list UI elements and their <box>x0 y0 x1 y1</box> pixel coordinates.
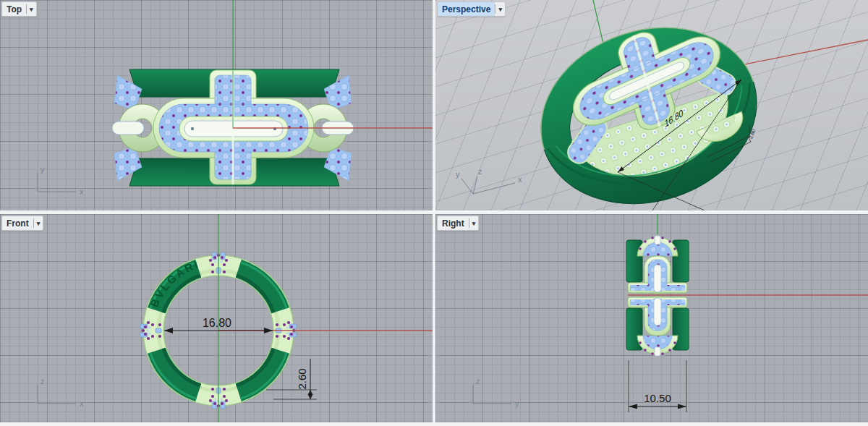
viewport-tab-label: Front <box>2 216 33 230</box>
right-axis-icon <box>473 385 511 404</box>
chevron-down-icon[interactable]: ▾ <box>27 2 36 16</box>
svg-text:BVLGARI: BVLGARI <box>148 257 201 309</box>
ring-side-profile <box>626 236 689 356</box>
brand-engraving: BVLGARI <box>148 257 201 309</box>
front-axis-label-x: x <box>80 399 84 408</box>
right-axis-label-y: y <box>515 399 519 408</box>
front-view-drawing: BVLGARI <box>0 214 433 422</box>
viewport-tab-top[interactable]: Top ▾ <box>1 1 37 17</box>
persp-axis-label-y: y <box>456 170 460 179</box>
viewport-tab-perspective[interactable]: Perspective ▾ <box>437 1 506 17</box>
front-axis-icon <box>38 385 76 404</box>
right-axis-label-z: z <box>476 377 480 385</box>
top-view-drawing: y x <box>0 0 433 210</box>
top-axis-icon <box>38 173 76 192</box>
perspective-axis-icon <box>461 176 515 194</box>
viewport-right[interactable]: 10.50 z y Right ▾ <box>435 214 868 422</box>
chevron-down-icon[interactable]: ▾ <box>469 216 479 230</box>
window-bottom-strip <box>0 422 868 426</box>
viewport-front[interactable]: BVLGARI <box>0 214 433 422</box>
viewport-tab-label: Top <box>2 2 26 16</box>
dimension-thickness-text: 2.60 <box>296 368 308 389</box>
viewport-tab-label: Right <box>438 216 469 230</box>
viewport-splitter-horizontal[interactable] <box>0 210 868 214</box>
dimension-diameter-text: 16.80 <box>203 317 231 329</box>
top-axis-label-y: y <box>41 165 45 174</box>
persp-axis-label-z: z <box>478 167 482 176</box>
viewport-tab-right[interactable]: Right ▾ <box>437 216 479 231</box>
persp-axis-label-x: x <box>518 175 522 184</box>
viewport-tab-front[interactable]: Front ▾ <box>1 216 43 231</box>
perspective-view-drawing: 16.80 2.60 y z x <box>435 0 868 210</box>
cad-app-window: y x Top ▾ <box>0 0 868 426</box>
right-view-drawing: 10.50 z y <box>435 214 868 422</box>
front-axis-label-z: z <box>41 377 45 385</box>
viewport-perspective[interactable]: 16.80 2.60 y z x Perspective ▾ <box>435 0 868 210</box>
viewport-tab-label: Perspective <box>438 2 495 16</box>
dimension-width-text: 10.50 <box>644 392 671 404</box>
chevron-down-icon[interactable]: ▾ <box>495 2 505 16</box>
top-axis-label-x: x <box>80 187 84 196</box>
chevron-down-icon[interactable]: ▾ <box>34 216 43 230</box>
viewport-top[interactable]: y x Top ▾ <box>0 0 433 210</box>
dimension-width: 10.50 <box>629 360 686 412</box>
